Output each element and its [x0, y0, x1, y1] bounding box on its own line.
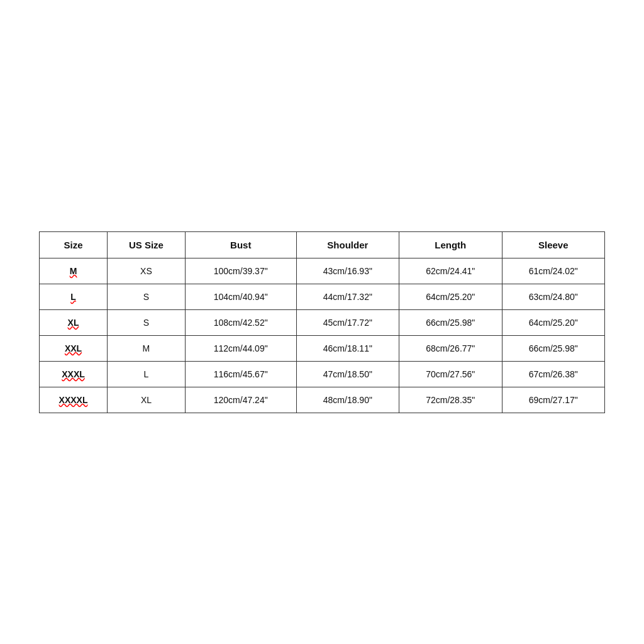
cell-bust-0: 100cm/39.37"	[185, 258, 296, 284]
header-sleeve: Sleeve	[502, 231, 605, 258]
cell-sleeve-4: 67cm/26.38"	[502, 361, 605, 387]
cell-us_size-1: S	[108, 284, 186, 309]
cell-shoulder-3: 46cm/18.11"	[296, 335, 399, 361]
header-bust: Bust	[185, 231, 296, 258]
cell-bust-4: 116cm/45.67"	[185, 361, 296, 387]
cell-size-1: L	[40, 284, 108, 309]
cell-size-4: XXXL	[40, 361, 108, 387]
cell-length-0: 62cm/24.41"	[399, 258, 502, 284]
table-row: LS104cm/40.94"44cm/17.32"64cm/25.20"63cm…	[40, 284, 605, 309]
cell-bust-3: 112cm/44.09"	[185, 335, 296, 361]
cell-length-2: 66cm/25.98"	[399, 309, 502, 335]
cell-length-3: 68cm/26.77"	[399, 335, 502, 361]
cell-size-3: XXL	[40, 335, 108, 361]
cell-sleeve-2: 64cm/25.20"	[502, 309, 605, 335]
cell-length-4: 70cm/27.56"	[399, 361, 502, 387]
cell-bust-5: 120cm/47.24"	[185, 387, 296, 413]
table-header-row: Size US Size Bust Shoulder Length Sleeve	[40, 231, 605, 258]
cell-shoulder-0: 43cm/16.93"	[296, 258, 399, 284]
cell-us_size-0: XS	[108, 258, 186, 284]
cell-bust-2: 108cm/42.52"	[185, 309, 296, 335]
cell-length-5: 72cm/28.35"	[399, 387, 502, 413]
table-row: XXLM112cm/44.09"46cm/18.11"68cm/26.77"66…	[40, 335, 605, 361]
size-chart-container: Size US Size Bust Shoulder Length Sleeve…	[39, 231, 605, 413]
cell-us_size-4: L	[108, 361, 186, 387]
size-chart-table: Size US Size Bust Shoulder Length Sleeve…	[39, 231, 605, 413]
cell-shoulder-5: 48cm/18.90"	[296, 387, 399, 413]
header-us-size: US Size	[108, 231, 186, 258]
cell-us_size-2: S	[108, 309, 186, 335]
cell-shoulder-4: 47cm/18.50"	[296, 361, 399, 387]
cell-shoulder-2: 45cm/17.72"	[296, 309, 399, 335]
table-row: XXXLL116cm/45.67"47cm/18.50"70cm/27.56"6…	[40, 361, 605, 387]
header-size: Size	[40, 231, 108, 258]
cell-sleeve-1: 63cm/24.80"	[502, 284, 605, 309]
cell-size-0: M	[40, 258, 108, 284]
table-row: XXXXLXL120cm/47.24"48cm/18.90"72cm/28.35…	[40, 387, 605, 413]
cell-us_size-3: M	[108, 335, 186, 361]
table-row: XLS108cm/42.52"45cm/17.72"66cm/25.98"64c…	[40, 309, 605, 335]
cell-sleeve-5: 69cm/27.17"	[502, 387, 605, 413]
table-row: MXS100cm/39.37"43cm/16.93"62cm/24.41"61c…	[40, 258, 605, 284]
cell-us_size-5: XL	[108, 387, 186, 413]
cell-length-1: 64cm/25.20"	[399, 284, 502, 309]
header-shoulder: Shoulder	[296, 231, 399, 258]
page-wrapper: Size US Size Bust Shoulder Length Sleeve…	[0, 0, 644, 644]
header-length: Length	[399, 231, 502, 258]
cell-bust-1: 104cm/40.94"	[185, 284, 296, 309]
cell-sleeve-3: 66cm/25.98"	[502, 335, 605, 361]
cell-sleeve-0: 61cm/24.02"	[502, 258, 605, 284]
cell-size-2: XL	[40, 309, 108, 335]
cell-shoulder-1: 44cm/17.32"	[296, 284, 399, 309]
cell-size-5: XXXXL	[40, 387, 108, 413]
